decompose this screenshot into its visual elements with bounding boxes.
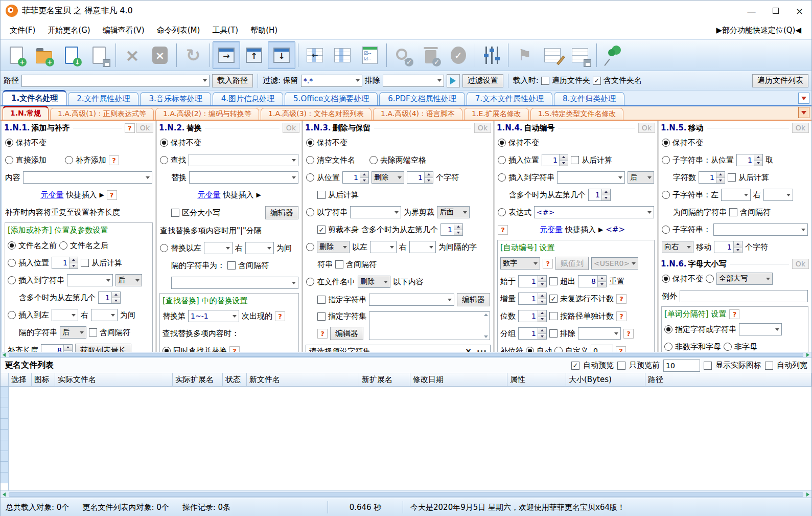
editor-button[interactable]: 编辑器 <box>457 293 490 306</box>
meta-variable-link[interactable]: 元变量 <box>540 225 563 235</box>
show-real-icons-checkbox[interactable] <box>704 362 712 370</box>
find-combo[interactable] <box>189 154 298 166</box>
after-name-radio[interactable] <box>59 241 67 250</box>
include-sep-checkbox[interactable] <box>335 260 343 268</box>
clear-list-button[interactable]: × <box>146 41 174 69</box>
include-sep-checkbox[interactable] <box>227 261 236 270</box>
tab-file-attribute[interactable]: 2.文件属性处理 <box>68 92 138 105</box>
menu-start-rename[interactable]: 开始更名(G) <box>41 24 96 37</box>
content-combo[interactable] <box>23 171 152 184</box>
include-folder-name-checkbox[interactable]: ✓ <box>593 77 601 85</box>
preview-check-button[interactable]: ✓ <box>389 41 417 69</box>
non-alnum-radio[interactable] <box>664 343 672 351</box>
close-button[interactable]: × <box>787 1 811 20</box>
delete-between-radio[interactable] <box>306 243 314 251</box>
sub-tab-overflow-button[interactable] <box>798 107 809 118</box>
left-sep-combo[interactable] <box>204 242 233 254</box>
help-button[interactable]: ? <box>125 123 135 133</box>
help-button[interactable]: ? <box>107 190 117 200</box>
column-select[interactable]: 选择 <box>9 373 32 386</box>
substring-value-radio[interactable] <box>662 226 670 234</box>
quick-locate-menu[interactable]: ▶部分功能快速定位(Q)◀ <box>716 26 808 35</box>
keep-unchanged-radio[interactable] <box>160 139 168 147</box>
include-sep-checkbox[interactable] <box>729 208 737 216</box>
insert-to-string-radio[interactable] <box>8 276 16 284</box>
insert-pos-radio[interactable] <box>8 259 16 267</box>
help-button[interactable]: ? <box>729 309 739 319</box>
delete-checked-button[interactable]: ✓ <box>417 41 445 69</box>
replace-between-radio[interactable] <box>160 244 168 252</box>
count-spinner[interactable]: 1 <box>407 171 433 184</box>
help-button[interactable]: ? <box>109 155 119 165</box>
scroll-left-arrow[interactable] <box>1 492 8 497</box>
subtab-normal[interactable]: 1.N.常规 <box>3 106 49 120</box>
spec-string-checkbox[interactable] <box>317 296 326 304</box>
nth-spinner[interactable]: 1 <box>588 189 611 201</box>
start-spinner[interactable]: 1 <box>518 275 547 287</box>
menu-help[interactable]: 帮助(H) <box>244 24 284 37</box>
clear-icon[interactable]: × <box>465 347 472 352</box>
pad-auto-radio[interactable] <box>526 347 534 352</box>
insert-to-string-radio[interactable] <box>498 173 506 182</box>
subtab-advanced-3[interactable]: 1.A.高级(3)：文件名对照列表 <box>261 108 372 120</box>
menu-file[interactable]: 文件(F) <box>4 24 41 37</box>
column-attributes[interactable]: 属性 <box>507 373 566 386</box>
minimize-button[interactable]: — <box>739 1 763 20</box>
ok-button[interactable]: Ok <box>283 123 299 133</box>
right-sep-combo[interactable] <box>91 309 118 321</box>
column-status[interactable]: 状态 <box>223 373 247 386</box>
meta-variable-link[interactable]: 元变量 <box>40 190 63 200</box>
replace-combo[interactable] <box>189 171 298 184</box>
scroll-thumb[interactable] <box>9 492 803 497</box>
expression-radio[interactable] <box>498 208 506 216</box>
traverse-file-list-button[interactable]: 遍历文件列表 <box>752 74 808 87</box>
from-end-checkbox[interactable] <box>81 259 89 267</box>
spec-string-combo[interactable] <box>369 294 454 306</box>
pad-custom-input[interactable] <box>591 345 613 352</box>
cut-side-combo[interactable]: 后面 <box>437 206 470 218</box>
help-button[interactable]: ? <box>317 329 328 339</box>
clear-name-radio[interactable] <box>306 156 314 164</box>
subtab-advanced-4[interactable]: 1.A.高级(4)：语言脚本 <box>373 108 462 120</box>
overflow-checkbox[interactable] <box>549 277 558 285</box>
tab-office-summary[interactable]: 5.Office文档摘要处理 <box>285 92 378 105</box>
number-type-combo[interactable]: 数字 <box>500 257 540 270</box>
help-button[interactable]: ? <box>616 311 627 321</box>
scroll-thumb[interactable] <box>9 353 803 357</box>
tab-file-classify[interactable]: 8.文件归类处理 <box>554 92 624 105</box>
direct-add-radio[interactable] <box>5 156 13 164</box>
apply-rename-button[interactable]: ✓ <box>445 41 472 69</box>
editor-button[interactable]: 编辑器 <box>265 206 298 219</box>
include-sep-checkbox[interactable] <box>89 328 97 336</box>
pad-add-radio[interactable] <box>65 156 73 164</box>
ok-button[interactable]: Ok <box>474 123 491 133</box>
keep-unchanged-radio[interactable] <box>662 139 670 147</box>
save-layout-button[interactable] <box>566 41 594 69</box>
subtab-extension[interactable]: 1.E.扩展名修改 <box>464 108 529 120</box>
cut-self-checkbox[interactable]: ✓ <box>317 226 326 234</box>
occurrence-combo[interactable]: 1~-1 <box>188 310 239 322</box>
insert-pos-radio[interactable] <box>498 156 506 164</box>
menu-command-list[interactable]: 命令列表(M) <box>151 24 206 37</box>
ok-button[interactable]: Ok <box>136 123 153 133</box>
insert-pos-spinner[interactable]: 1 <box>542 154 568 166</box>
simultaneous-radio[interactable] <box>163 347 171 352</box>
ok-button[interactable]: Ok <box>792 123 809 133</box>
tab-image-info[interactable]: 4.图片信息处理 <box>213 92 283 105</box>
digits-spinner[interactable]: 1 <box>518 310 547 322</box>
insert-string-combo[interactable] <box>557 171 625 184</box>
list-horizontal-scrollbar[interactable] <box>1 490 811 498</box>
insert-string-combo[interactable] <box>67 274 113 286</box>
user-var-combo[interactable]: <USER0> <box>591 257 638 270</box>
column-size[interactable]: 大小(Bytes) <box>566 373 645 386</box>
column-real-extension[interactable]: 实际扩展名 <box>173 373 223 386</box>
right-sep-combo[interactable] <box>245 242 274 254</box>
help-button[interactable]: ? <box>616 346 626 352</box>
group-spinner[interactable]: 1 <box>518 327 547 340</box>
assign-to-button[interactable]: 赋值到 <box>555 257 589 270</box>
column-select-button[interactable] <box>329 41 356 69</box>
delete-mode-combo[interactable]: 删除 <box>317 241 350 253</box>
case-mode-radio[interactable] <box>706 275 714 283</box>
by-string-radio[interactable] <box>306 208 314 216</box>
insert-pos-spinner[interactable]: 1 <box>52 257 78 269</box>
